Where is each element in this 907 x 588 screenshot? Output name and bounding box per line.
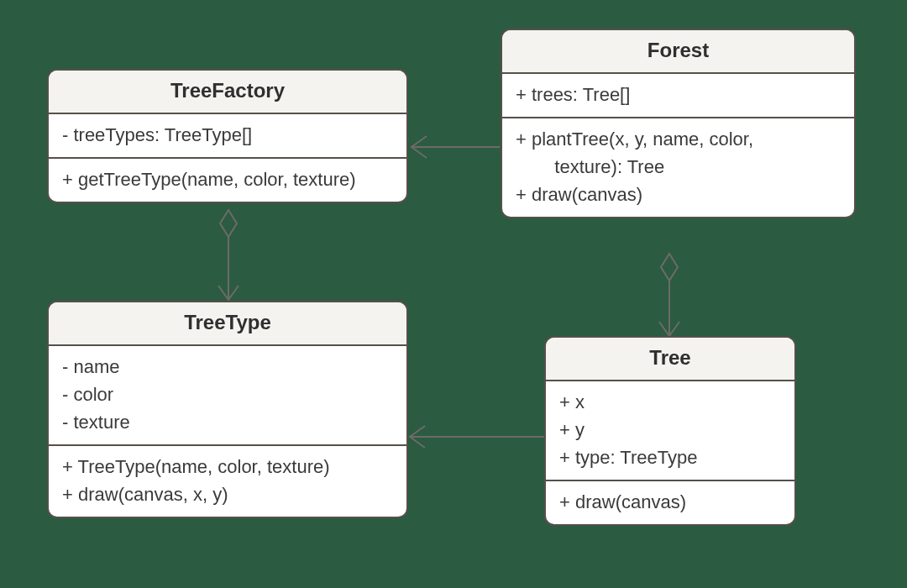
class-forest-methods: + plantTree(x, y, name, color, texture):…: [502, 117, 854, 217]
class-forest: Forest + trees: Tree[] + plantTree(x, y,…: [501, 29, 856, 218]
class-treefactory-methods: + getTreeType(name, color, texture): [49, 157, 406, 202]
uml-diagram-canvas: TreeFactory - treeTypes: TreeType[] + ge…: [0, 0, 907, 588]
class-attribute: + type: TreeType: [559, 444, 781, 471]
class-attribute: + y: [559, 416, 781, 444]
class-method: + getTreeType(name, color, texture): [62, 165, 393, 193]
class-treetype-title: TreeType: [49, 302, 406, 346]
class-method: + draw(canvas): [516, 181, 841, 208]
connector-forest-aggregates-tree: [659, 254, 679, 336]
class-method: + TreeType(name, color, texture): [62, 453, 393, 480]
class-tree-methods: + draw(canvas): [546, 480, 794, 524]
class-attribute: - treeTypes: TreeType[]: [62, 121, 393, 149]
class-treetype-attributes: - name - color - texture: [49, 346, 406, 444]
class-forest-title: Forest: [502, 30, 854, 74]
class-tree-attributes: + x + y + type: TreeType: [546, 381, 794, 480]
svg-marker-3: [661, 254, 678, 281]
class-treefactory-title: TreeFactory: [49, 71, 406, 114]
class-tree: Tree + x + y + type: TreeType + draw(can…: [544, 336, 796, 526]
class-attribute: - name: [62, 353, 393, 381]
class-attribute: - color: [62, 381, 393, 408]
connector-tree-to-treetype: [410, 426, 544, 448]
class-method: + draw(canvas, x, y): [62, 480, 393, 508]
class-attribute: - texture: [62, 408, 393, 436]
class-forest-attributes: + trees: Tree[]: [502, 74, 854, 117]
class-method: + plantTree(x, y, name, color,: [516, 125, 841, 153]
class-treefactory-attributes: - treeTypes: TreeType[]: [49, 114, 406, 157]
connector-forest-to-treefactory: [412, 136, 500, 158]
class-attribute: + x: [559, 388, 781, 416]
class-attribute: + trees: Tree[]: [516, 81, 841, 108]
class-treetype-methods: + TreeType(name, color, texture) + draw(…: [49, 444, 406, 517]
class-tree-title: Tree: [546, 338, 794, 381]
svg-marker-1: [220, 210, 237, 237]
class-treefactory: TreeFactory - treeTypes: TreeType[] + ge…: [47, 69, 408, 203]
class-treetype: TreeType - name - color - texture + Tree…: [47, 301, 408, 518]
connector-treefactory-aggregates-treetype: [218, 210, 239, 300]
class-method-continuation: texture): Tree: [516, 153, 841, 181]
class-method: + draw(canvas): [559, 488, 781, 516]
